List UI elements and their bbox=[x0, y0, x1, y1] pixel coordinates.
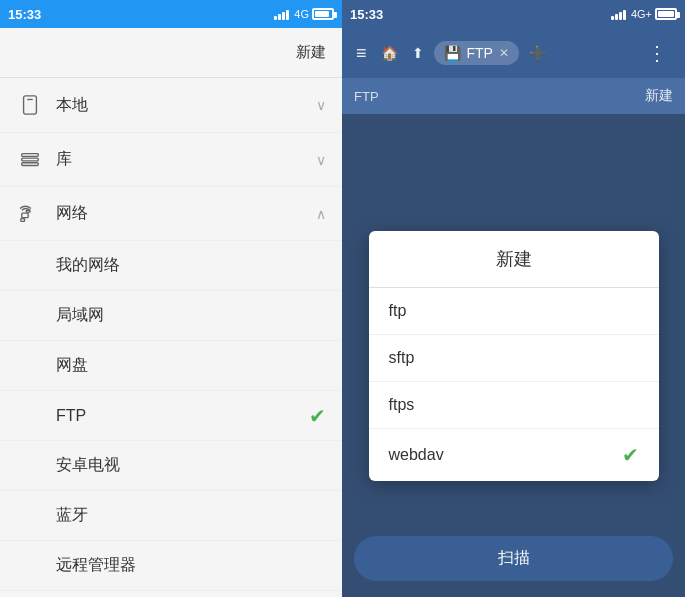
webdav-option-label: webdav bbox=[389, 446, 444, 464]
svg-rect-7 bbox=[21, 218, 25, 221]
svg-rect-4 bbox=[22, 162, 39, 165]
menu-sub-networkmanager[interactable]: 网络管理器 bbox=[0, 590, 342, 597]
local-chevron: ∨ bbox=[316, 97, 326, 113]
menu-sub-ftp[interactable]: FTP ✔ bbox=[0, 390, 342, 440]
ftp-label: FTP bbox=[56, 407, 309, 425]
dialog-item-sftp[interactable]: sftp bbox=[369, 335, 659, 382]
up-icon[interactable]: ⬆ bbox=[408, 41, 428, 65]
network-icon bbox=[16, 203, 44, 225]
right-status-icons: 4G+ bbox=[611, 8, 677, 20]
library-icon bbox=[16, 149, 44, 171]
ftps-option-label: ftps bbox=[389, 396, 415, 414]
right-content: 新建 ftp sftp ftps webdav ✔ 扫描 bbox=[342, 114, 685, 597]
menu-sub-androidtv[interactable]: 安卓电视 bbox=[0, 440, 342, 490]
ftp-tab-icon: 💾 bbox=[444, 45, 461, 61]
network-label: 网络 bbox=[56, 203, 316, 224]
library-label: 库 bbox=[56, 149, 316, 170]
hamburger-icon[interactable]: ≡ bbox=[352, 39, 371, 68]
new-dialog: 新建 ftp sftp ftps webdav ✔ bbox=[369, 231, 659, 481]
new-button-right[interactable]: 新建 bbox=[645, 87, 673, 105]
dialog-item-webdav[interactable]: webdav ✔ bbox=[369, 429, 659, 481]
right-status-bar: 15:33 4G+ bbox=[342, 0, 685, 28]
dialog-item-ftps[interactable]: ftps bbox=[369, 382, 659, 429]
left-status-bar: 15:33 4G bbox=[0, 0, 342, 28]
menu-sub-lan[interactable]: 局域网 bbox=[0, 290, 342, 340]
menu-sub-remotemanager[interactable]: 远程管理器 bbox=[0, 540, 342, 590]
signal-icon bbox=[274, 8, 289, 20]
menu-item-local[interactable]: 本地 ∨ bbox=[0, 78, 342, 132]
menu-item-library[interactable]: 库 ∨ bbox=[0, 132, 342, 186]
library-chevron: ∨ bbox=[316, 152, 326, 168]
menu-list: 本地 ∨ 库 ∨ bbox=[0, 78, 342, 597]
left-header: 新建 bbox=[0, 28, 342, 78]
left-time: 15:33 bbox=[8, 7, 41, 22]
ftp-checkmark: ✔ bbox=[309, 404, 326, 428]
add-tab-icon[interactable]: ➕ bbox=[525, 41, 550, 65]
home-icon[interactable]: 🏠 bbox=[377, 41, 402, 65]
scan-button[interactable]: 扫描 bbox=[354, 536, 673, 581]
local-label: 本地 bbox=[56, 95, 316, 116]
left-status-icons: 4G bbox=[274, 8, 334, 20]
menu-sub-mynetwork[interactable]: 我的网络 bbox=[0, 240, 342, 290]
right-panel: 15:33 4G+ ≡ 🏠 ⬆ 💾 FTP ✕ ➕ ⋮ FTP bbox=[342, 0, 685, 597]
right-time: 15:33 bbox=[350, 7, 383, 22]
ftp-tab-close[interactable]: ✕ bbox=[499, 46, 509, 60]
svg-rect-5 bbox=[22, 213, 28, 218]
network-type: 4G bbox=[294, 8, 309, 20]
ftp-option-label: ftp bbox=[389, 302, 407, 320]
new-button-left[interactable]: 新建 bbox=[296, 43, 326, 62]
mynetwork-label: 我的网络 bbox=[56, 255, 326, 276]
webdav-checkmark: ✔ bbox=[622, 443, 639, 467]
more-menu-icon[interactable]: ⋮ bbox=[639, 37, 675, 69]
svg-rect-0 bbox=[24, 96, 37, 114]
svg-rect-2 bbox=[22, 153, 39, 156]
sftp-option-label: sftp bbox=[389, 349, 415, 367]
dialog-overlay: 新建 ftp sftp ftps webdav ✔ bbox=[342, 114, 685, 597]
ftp-tab[interactable]: 💾 FTP ✕ bbox=[434, 41, 519, 65]
left-panel: 15:33 4G 新建 本地 bbox=[0, 0, 342, 597]
local-icon bbox=[16, 94, 44, 116]
right-network-type: 4G+ bbox=[631, 8, 652, 20]
dialog-title: 新建 bbox=[369, 231, 659, 288]
bluetooth-label: 蓝牙 bbox=[56, 505, 326, 526]
right-battery-icon bbox=[655, 8, 677, 20]
right-subheader: FTP 新建 bbox=[342, 78, 685, 114]
battery-icon bbox=[312, 8, 334, 20]
right-signal-icon bbox=[611, 8, 626, 20]
ftp-tab-label: FTP bbox=[467, 45, 493, 61]
dialog-item-ftp[interactable]: ftp bbox=[369, 288, 659, 335]
lan-label: 局域网 bbox=[56, 305, 326, 326]
androidtv-label: 安卓电视 bbox=[56, 455, 326, 476]
menu-item-network[interactable]: 网络 ∧ bbox=[0, 186, 342, 240]
right-header: ≡ 🏠 ⬆ 💾 FTP ✕ ➕ ⋮ bbox=[342, 28, 685, 78]
network-chevron: ∧ bbox=[316, 206, 326, 222]
remotemanager-label: 远程管理器 bbox=[56, 555, 326, 576]
menu-sub-webdisk[interactable]: 网盘 bbox=[0, 340, 342, 390]
path-label: FTP bbox=[354, 89, 379, 104]
webdisk-label: 网盘 bbox=[56, 355, 326, 376]
menu-sub-bluetooth[interactable]: 蓝牙 bbox=[0, 490, 342, 540]
svg-rect-3 bbox=[22, 158, 39, 161]
